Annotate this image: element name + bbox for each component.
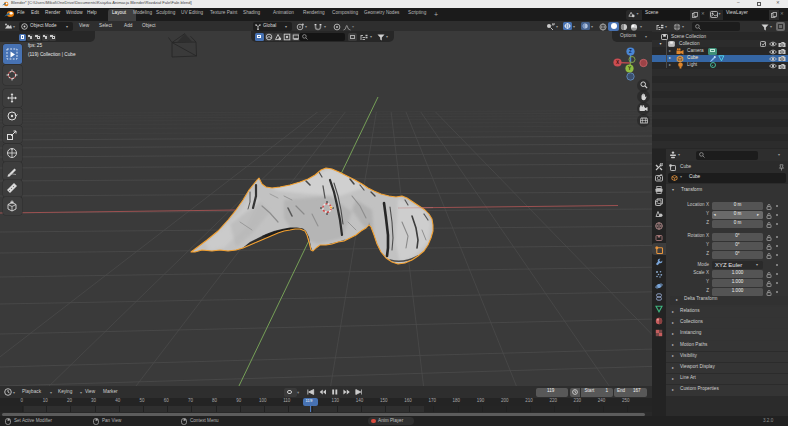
svg-text:Z: Z — [629, 49, 632, 54]
svg-text:Y: Y — [628, 66, 631, 71]
